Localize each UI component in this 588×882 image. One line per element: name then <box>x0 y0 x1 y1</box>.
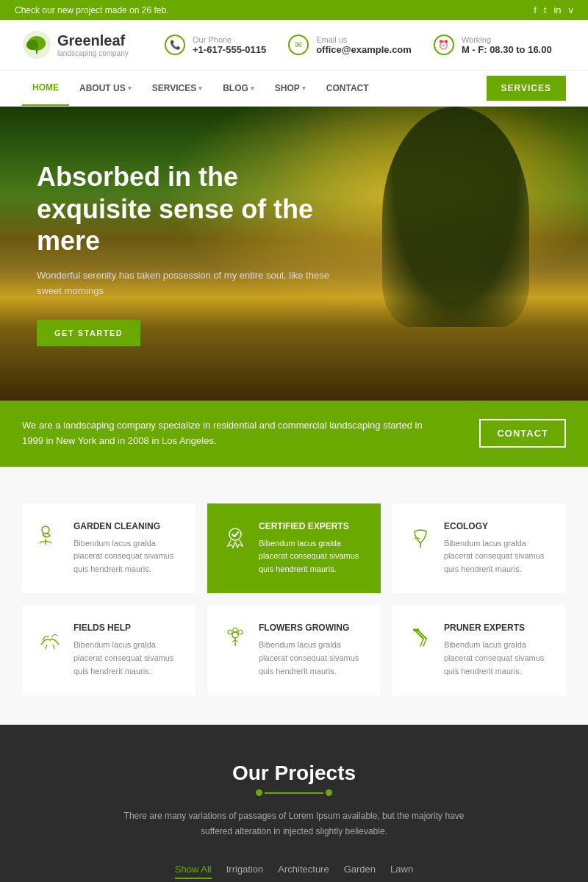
hero-content: Absorbed in the exquisite sense of the m… <box>0 161 368 345</box>
chevron-icon: ▾ <box>198 85 202 92</box>
svg-point-12 <box>238 630 243 634</box>
certified-info: CERTIFIED EXPERTS Bibendum lacus gralda … <box>259 521 366 576</box>
phone-icon: 📞 <box>165 35 185 55</box>
social-links: f t in v <box>534 4 573 15</box>
tab-architecture[interactable]: Architecture <box>278 861 329 879</box>
working-label: Working <box>462 35 552 44</box>
service-card-garden-cleaning[interactable]: GARDEN CLEANING Bibendum lacus gralda pl… <box>22 503 196 594</box>
pruner-info: PRUNER EXPERTS Bibendum lacus gralda pla… <box>444 623 551 678</box>
clock-icon: ⏰ <box>434 35 454 55</box>
flowers-icon <box>222 624 248 656</box>
service-desc: Bibendum lacus gralda placerat consequat… <box>444 537 551 576</box>
logo-icon <box>22 30 51 60</box>
brand-name: Greenleaf <box>57 32 129 49</box>
tab-lawn[interactable]: Lawn <box>390 861 413 879</box>
linkedin-icon[interactable]: in <box>553 4 561 15</box>
chevron-icon: ▾ <box>128 85 132 92</box>
logo-text: Greenleaf landscaping company <box>57 32 129 58</box>
facebook-icon[interactable]: f <box>534 4 537 15</box>
ecology-icon <box>407 523 434 554</box>
working-details: Working M - F: 08.30 to 16.00 <box>462 35 552 55</box>
flowers-info: FLOWERS GROWING Bibendum lacus gralda pl… <box>259 623 366 678</box>
top-bar: Check our new project made on 26 feb. f … <box>0 0 588 20</box>
tab-irrigation[interactable]: Irrigation <box>226 861 264 879</box>
svg-point-11 <box>233 628 237 632</box>
twitter-icon[interactable]: t <box>544 4 547 15</box>
svg-point-13 <box>228 630 232 634</box>
email-value: office@example.com <box>316 44 412 55</box>
email-label: Email us <box>316 35 412 44</box>
projects-title: Our Projects <box>22 761 566 785</box>
nav-item-home[interactable]: HOME <box>22 71 69 106</box>
email-icon: ✉ <box>288 35 309 55</box>
svg-point-10 <box>232 632 238 638</box>
header-info: 📞 Our Phone +1-617-555-0115 ✉ Email us o… <box>151 35 566 55</box>
working-info: ⏰ Working M - F: 08.30 to 16.00 <box>434 35 552 55</box>
banner-text: We are a landscaping company specialize … <box>22 418 434 449</box>
svg-line-8 <box>46 645 47 649</box>
email-info: ✉ Email us office@example.com <box>288 35 412 55</box>
pruner-icon <box>407 624 434 656</box>
projects-section: Our Projects There are many variations o… <box>0 725 588 882</box>
hero-title: Absorbed in the exquisite sense of the m… <box>37 161 331 257</box>
fields-icon <box>37 624 63 656</box>
main-nav: HOME ABOUT US ▾ SERVICES ▾ BLOG ▾ SHOP ▾… <box>0 71 588 107</box>
service-title: PRUNER EXPERTS <box>444 623 551 633</box>
certified-icon <box>222 523 248 554</box>
services-section: GARDEN CLEANING Bibendum lacus gralda pl… <box>0 467 588 725</box>
service-card-fields[interactable]: FIELDS HELP Bibendum lacus gralda placer… <box>22 605 196 695</box>
vimeo-icon[interactable]: v <box>569 4 574 15</box>
tab-show-all[interactable]: Show All <box>175 861 212 879</box>
get-started-button[interactable]: GET STARTED <box>37 320 140 346</box>
projects-description: There are many variations of passages of… <box>110 808 478 839</box>
service-card-flowers[interactable]: FLOWERS GROWING Bibendum lacus gralda pl… <box>207 605 381 695</box>
working-value: M - F: 08.30 to 16.00 <box>462 44 552 55</box>
hero-tree-decoration <box>382 107 529 327</box>
projects-tabs: Show All Irrigation Architecture Garden … <box>22 861 566 879</box>
svg-line-9 <box>53 645 54 649</box>
service-card-ecology[interactable]: ECOLOGY Bibendum lacus gralda placerat c… <box>392 503 566 594</box>
service-title: FIELDS HELP <box>74 623 181 633</box>
announcement-text: Check our new project made on 26 feb. <box>15 5 168 15</box>
contact-button[interactable]: CONTACT <box>479 419 566 448</box>
site-header: Greenleaf landscaping company 📞 Our Phon… <box>0 20 588 71</box>
services-grid: GARDEN CLEANING Bibendum lacus gralda pl… <box>22 503 566 696</box>
service-title: ECOLOGY <box>444 521 551 531</box>
green-banner: We are a landscaping company specialize … <box>0 401 588 467</box>
svg-point-15 <box>413 628 416 631</box>
nav-links: HOME ABOUT US ▾ SERVICES ▾ BLOG ▾ SHOP ▾… <box>22 71 487 106</box>
service-desc: Bibendum lacus gralda placerat consequat… <box>74 639 181 678</box>
svg-rect-3 <box>36 48 37 54</box>
chevron-icon: ▾ <box>251 85 254 92</box>
service-title: FLOWERS GROWING <box>259 623 366 633</box>
chevron-icon: ▾ <box>302 85 306 92</box>
phone-info: 📞 Our Phone +1-617-555-0115 <box>165 35 266 55</box>
logo[interactable]: Greenleaf landscaping company <box>22 30 129 60</box>
phone-details: Our Phone +1-617-555-0115 <box>193 35 266 55</box>
nav-cta-button[interactable]: SERVICES <box>487 76 566 101</box>
service-desc: Bibendum lacus gralda placerat consequat… <box>444 639 551 678</box>
service-card-pruner[interactable]: PRUNER EXPERTS Bibendum lacus gralda pla… <box>392 605 566 695</box>
nav-item-shop[interactable]: SHOP ▾ <box>265 71 316 106</box>
svg-point-4 <box>42 526 49 534</box>
service-desc: Bibendum lacus gralda placerat consequat… <box>259 639 366 678</box>
service-title: CERTIFIED EXPERTS <box>259 521 366 531</box>
service-desc: Bibendum lacus gralda placerat consequat… <box>259 537 366 576</box>
brand-subtitle: landscaping company <box>57 49 129 58</box>
service-desc: Bibendum lacus gralda placerat consequat… <box>74 537 181 576</box>
svg-point-16 <box>416 628 419 631</box>
ecology-info: ECOLOGY Bibendum lacus gralda placerat c… <box>444 521 551 576</box>
hero-section: Absorbed in the exquisite sense of the m… <box>0 107 588 401</box>
tab-garden[interactable]: Garden <box>344 861 376 879</box>
nav-item-services[interactable]: SERVICES ▾ <box>142 71 212 106</box>
phone-label: Our Phone <box>193 35 266 44</box>
nav-item-about[interactable]: ABOUT US ▾ <box>69 71 142 106</box>
garden-cleaning-info: GARDEN CLEANING Bibendum lacus gralda pl… <box>74 521 181 576</box>
nav-item-blog[interactable]: BLOG ▾ <box>212 71 265 106</box>
fields-info: FIELDS HELP Bibendum lacus gralda placer… <box>74 623 181 678</box>
service-title: GARDEN CLEANING <box>74 521 181 531</box>
service-card-certified[interactable]: CERTIFIED EXPERTS Bibendum lacus gralda … <box>207 503 381 594</box>
garden-cleaning-icon <box>37 523 63 554</box>
nav-item-contact[interactable]: CONTACT <box>316 71 379 106</box>
phone-value: +1-617-555-0115 <box>193 44 266 55</box>
